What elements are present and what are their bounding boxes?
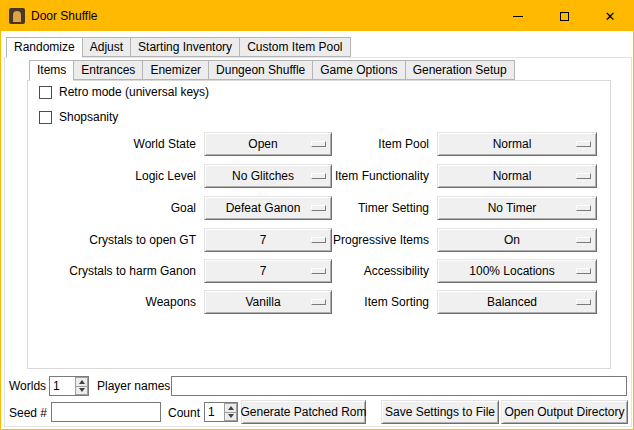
down-arrow-icon [228, 414, 234, 418]
dropdown-value: Vanilla [245, 295, 280, 309]
worlds-spinbox[interactable] [49, 376, 89, 396]
worlds-spin-arrows [75, 377, 88, 395]
worlds-label: Worlds [9, 379, 46, 393]
goal-row: Goal Defeat Ganon [29, 196, 332, 220]
world-state-dropdown[interactable]: Open [204, 132, 332, 156]
dropdown-indicator-icon [576, 205, 591, 211]
progressive-items-dropdown[interactable]: On [437, 228, 597, 252]
app-icon [9, 8, 25, 24]
dropdown-value: Open [248, 137, 277, 151]
seed-input[interactable] [51, 402, 161, 422]
secondary-tab-bar: Items Entrances Enemizer Dungeon Shuffle… [29, 60, 515, 81]
title-bar[interactable]: Door Shuffle ✕ [1, 1, 633, 31]
seed-label: Seed # [9, 406, 47, 420]
close-icon: ✕ [605, 10, 616, 23]
worlds-increment-button[interactable] [75, 377, 88, 387]
dropdown-indicator-icon [311, 268, 326, 274]
minimize-icon [513, 16, 523, 17]
dropdown-value: On [504, 233, 520, 247]
dropdown-value: No Glitches [232, 169, 294, 183]
tab-dungeon-shuffle[interactable]: Dungeon Shuffle [208, 60, 313, 80]
dropdown-indicator-icon [576, 237, 591, 243]
item-pool-row: Item Pool Normal [331, 132, 597, 156]
dropdown-value: Defeat Ganon [226, 201, 301, 215]
retro-mode-label: Retro mode (universal keys) [59, 85, 209, 99]
crystals-harm-ganon-dropdown[interactable]: 7 [204, 259, 332, 283]
up-arrow-icon [228, 406, 234, 410]
count-spin-arrows [224, 403, 237, 421]
window-title: Door Shuffle [31, 9, 98, 23]
dropdown-indicator-icon [311, 299, 326, 305]
window-controls: ✕ [495, 1, 633, 31]
tab-entrances[interactable]: Entrances [73, 60, 143, 80]
worlds-input[interactable] [50, 377, 75, 395]
dropdown-indicator-icon [576, 141, 591, 147]
crystals-harm-ganon-row: Crystals to harm Ganon 7 [29, 259, 332, 283]
item-sorting-label: Item Sorting [331, 295, 429, 309]
tab-custom-item-pool[interactable]: Custom Item Pool [239, 37, 350, 57]
worlds-row: Worlds Player names [1, 375, 633, 397]
count-spinbox[interactable] [204, 402, 238, 422]
item-functionality-dropdown[interactable]: Normal [437, 164, 597, 188]
door-shuffle-window: Door Shuffle ✕ Randomize Adjust Starting… [0, 0, 634, 430]
tab-starting-inventory[interactable]: Starting Inventory [130, 37, 240, 57]
dropdown-value: Normal [493, 137, 532, 151]
tab-adjust[interactable]: Adjust [82, 37, 131, 57]
dropdown-indicator-icon [311, 205, 326, 211]
crystals-open-gt-dropdown[interactable]: 7 [204, 228, 332, 252]
tab-randomize[interactable]: Randomize [6, 37, 83, 58]
tab-enemizer[interactable]: Enemizer [142, 60, 209, 80]
shopsanity-row: Shopsanity [39, 110, 118, 124]
count-label: Count [168, 406, 200, 420]
weapons-label: Weapons [29, 295, 196, 309]
tab-generation-setup[interactable]: Generation Setup [405, 60, 515, 80]
shopsanity-label: Shopsanity [59, 110, 118, 124]
maximize-icon [560, 12, 569, 21]
dropdown-indicator-icon [311, 141, 326, 147]
worlds-decrement-button[interactable] [75, 387, 88, 396]
logic-level-dropdown[interactable]: No Glitches [204, 164, 332, 188]
world-state-label: World State [29, 137, 196, 151]
timer-setting-dropdown[interactable]: No Timer [437, 196, 597, 220]
dropdown-value: Balanced [487, 295, 537, 309]
count-input[interactable] [205, 403, 224, 421]
weapons-row: Weapons Vanilla [29, 290, 332, 314]
dropdown-indicator-icon [576, 299, 591, 305]
item-sorting-dropdown[interactable]: Balanced [437, 290, 597, 314]
count-increment-button[interactable] [224, 403, 237, 413]
goal-dropdown[interactable]: Defeat Ganon [204, 196, 332, 220]
world-state-row: World State Open [29, 132, 332, 156]
item-pool-dropdown[interactable]: Normal [437, 132, 597, 156]
timer-setting-row: Timer Setting No Timer [331, 196, 597, 220]
shopsanity-checkbox[interactable] [39, 111, 52, 124]
accessibility-dropdown[interactable]: 100% Locations [437, 259, 597, 283]
maximize-button[interactable] [541, 1, 587, 31]
retro-mode-checkbox[interactable] [39, 86, 52, 99]
dropdown-indicator-icon [576, 173, 591, 179]
progressive-items-row: Progressive Items On [331, 228, 597, 252]
tab-items[interactable]: Items [29, 60, 74, 81]
dropdown-indicator-icon [311, 173, 326, 179]
save-settings-button[interactable]: Save Settings to File [381, 400, 499, 424]
tab-game-options[interactable]: Game Options [312, 60, 405, 80]
progressive-items-label: Progressive Items [331, 233, 429, 247]
down-arrow-icon [79, 388, 85, 392]
dropdown-value: Normal [493, 169, 532, 183]
item-functionality-label: Item Functionality [331, 169, 429, 183]
seed-row: Seed # Count Generate Patched Rom Save S… [1, 400, 633, 424]
generate-patched-rom-button[interactable]: Generate Patched Rom [241, 400, 366, 424]
count-decrement-button[interactable] [224, 413, 237, 422]
crystals-open-gt-label: Crystals to open GT [29, 233, 196, 247]
dropdown-value: 100% Locations [469, 264, 554, 278]
minimize-button[interactable] [495, 1, 541, 31]
dropdown-indicator-icon [576, 268, 591, 274]
player-names-input[interactable] [171, 376, 627, 396]
crystals-open-gt-row: Crystals to open GT 7 [29, 228, 332, 252]
primary-tab-bar: Randomize Adjust Starting Inventory Cust… [6, 37, 351, 58]
item-pool-label: Item Pool [331, 137, 429, 151]
dropdown-value: 7 [260, 233, 267, 247]
close-button[interactable]: ✕ [587, 1, 633, 31]
weapons-dropdown[interactable]: Vanilla [204, 290, 332, 314]
dropdown-value: 7 [260, 264, 267, 278]
open-output-directory-button[interactable]: Open Output Directory [501, 400, 628, 424]
